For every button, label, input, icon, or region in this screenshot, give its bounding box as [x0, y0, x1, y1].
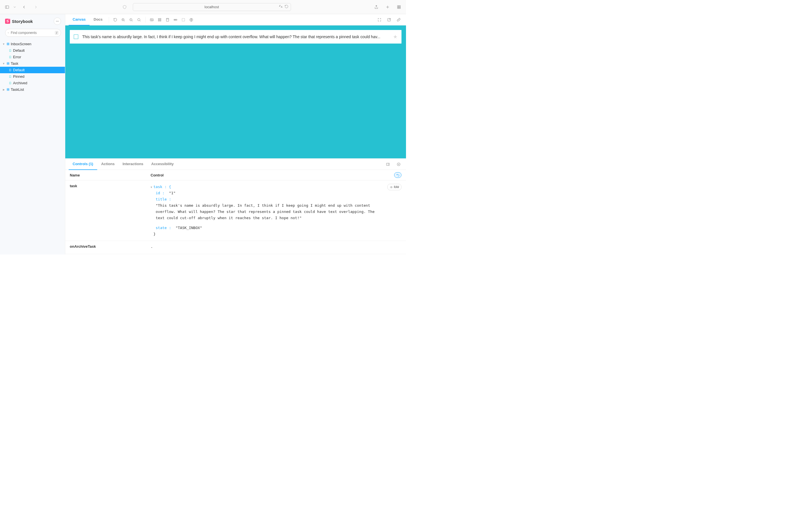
raw-toggle-button[interactable]: RAW — [387, 184, 402, 190]
tabs-grid-icon[interactable] — [396, 4, 402, 10]
svg-point-48 — [191, 19, 191, 19]
svg-rect-42 — [174, 19, 177, 20]
address-text: localhost — [205, 5, 219, 9]
tree-label: Archived — [13, 81, 27, 85]
addon-tab-accessibility[interactable]: Accessibility — [147, 159, 178, 170]
sidebar-toggle-icon[interactable] — [4, 4, 10, 10]
fullscreen-icon[interactable] — [375, 16, 383, 24]
tree-label: Default — [13, 48, 25, 53]
storybook-logo[interactable]: S Storybook — [5, 19, 33, 24]
tree-component-tasklist[interactable]: ▶ TaskList — [0, 86, 65, 93]
search-icon — [8, 31, 9, 34]
zoom-reset-icon[interactable] — [135, 16, 143, 24]
svg-rect-19 — [7, 64, 8, 65]
svg-point-10 — [58, 21, 59, 22]
new-tab-icon[interactable] — [384, 4, 391, 10]
svg-rect-50 — [386, 163, 390, 165]
tab-canvas[interactable]: Canvas — [69, 14, 89, 26]
viewport-icon[interactable] — [163, 16, 172, 24]
task-title[interactable]: This task's name is absurdly large. In f… — [82, 34, 389, 39]
translate-icon[interactable] — [279, 4, 283, 9]
raw-label: RAW — [394, 185, 399, 190]
svg-point-8 — [56, 21, 57, 22]
svg-rect-39 — [160, 20, 161, 21]
address-bar[interactable]: localhost — [133, 3, 291, 11]
control-value-json[interactable]: RAW ▼task : { id : "1" title : "This tas… — [151, 184, 402, 237]
component-icon — [6, 42, 10, 46]
tab-docs[interactable]: Docs — [89, 14, 107, 26]
control-row-task: task RAW ▼task : { id : "1" title : "Thi… — [65, 180, 406, 241]
reset-controls-button[interactable] — [394, 172, 402, 178]
addon-tab-controls[interactable]: Controls (1) — [69, 159, 97, 170]
svg-rect-18 — [8, 63, 9, 63]
svg-point-9 — [57, 21, 58, 22]
zoom-out-icon[interactable] — [127, 16, 135, 24]
svg-line-33 — [140, 20, 140, 21]
search-input[interactable]: / — [5, 29, 61, 37]
story-icon — [8, 49, 12, 52]
remount-icon[interactable] — [111, 16, 119, 24]
story-icon — [8, 68, 12, 72]
tree-label: Task — [11, 61, 19, 66]
svg-rect-37 — [160, 19, 161, 20]
control-row-onpintask: onPinTask - — [65, 254, 406, 254]
svg-rect-23 — [7, 90, 8, 91]
task-checkbox[interactable] — [74, 34, 78, 39]
background-icon[interactable] — [148, 16, 156, 24]
story-icon — [8, 56, 12, 59]
svg-line-26 — [124, 20, 124, 21]
svg-point-55 — [391, 186, 392, 188]
shield-icon[interactable] — [121, 4, 128, 10]
story-icon — [8, 75, 12, 78]
svg-line-12 — [8, 33, 9, 33]
svg-rect-17 — [7, 63, 8, 63]
accessibility-icon[interactable] — [187, 16, 195, 24]
open-new-tab-icon[interactable] — [385, 16, 393, 24]
chevron-down-icon: ▼ — [2, 62, 5, 65]
tree-story-task-archived[interactable]: Archived — [0, 80, 65, 86]
star-icon[interactable]: ★ — [393, 34, 398, 40]
svg-rect-6 — [398, 7, 399, 8]
tree-story-task-default[interactable]: Default — [0, 67, 65, 73]
share-icon[interactable] — [373, 4, 379, 10]
tree-story-inbox-error[interactable]: Error — [0, 54, 65, 60]
addon-tab-interactions[interactable]: Interactions — [119, 159, 147, 170]
copy-link-icon[interactable] — [395, 16, 403, 24]
addon-tab-actions[interactable]: Actions — [97, 159, 119, 170]
task-item: This task's name is absurdly large. In f… — [70, 30, 402, 43]
sidebar-menu-button[interactable] — [54, 18, 61, 25]
story-icon — [8, 81, 12, 85]
svg-rect-7 — [399, 7, 401, 8]
grid-icon[interactable] — [156, 16, 163, 24]
forward-button[interactable] — [33, 4, 39, 10]
zoom-in-icon[interactable] — [119, 16, 127, 24]
svg-rect-38 — [158, 20, 159, 21]
svg-rect-46 — [182, 19, 184, 21]
chevron-down-icon[interactable] — [13, 4, 16, 10]
tree-story-task-pinned[interactable]: Pinned — [0, 73, 65, 80]
tree-component-inboxscreen[interactable]: ▼ InboxScreen — [0, 41, 65, 47]
svg-rect-21 — [7, 89, 8, 89]
control-value: - — [151, 244, 402, 250]
preview-toolbar: Canvas Docs — [65, 14, 406, 26]
svg-rect-20 — [8, 64, 9, 65]
outline-icon[interactable] — [179, 16, 187, 24]
svg-rect-0 — [5, 6, 9, 8]
search-field[interactable] — [11, 31, 53, 35]
tree-component-task[interactable]: ▼ Task — [0, 60, 65, 67]
svg-rect-5 — [399, 5, 401, 7]
svg-rect-16 — [8, 44, 9, 45]
reload-icon[interactable] — [285, 4, 289, 9]
component-icon — [6, 88, 10, 91]
panel-orientation-icon[interactable] — [384, 160, 392, 168]
svg-rect-40 — [167, 18, 169, 21]
component-tree: ▼ InboxScreen Default Error ▼ Task Defau… — [0, 40, 65, 93]
control-name: task — [70, 184, 151, 237]
storybook-logo-mark: S — [5, 19, 10, 24]
close-panel-icon[interactable] — [395, 160, 403, 168]
tree-story-inbox-default[interactable]: Default — [0, 47, 65, 54]
back-button[interactable] — [21, 4, 27, 10]
preview-canvas: This task's name is absurdly large. In f… — [65, 26, 406, 158]
chevron-right-icon: ▶ — [2, 88, 5, 91]
measure-icon[interactable] — [172, 16, 179, 24]
